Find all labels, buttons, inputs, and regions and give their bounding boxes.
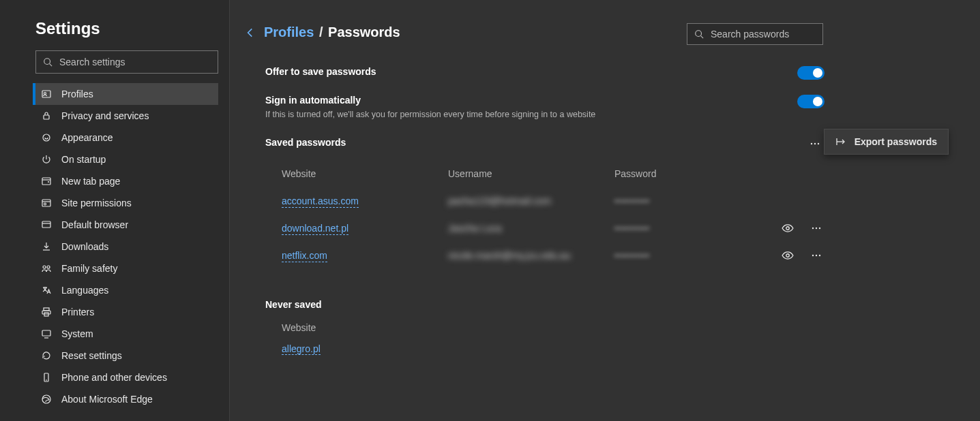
row-more-button[interactable] [808, 247, 825, 264]
sidebar-item-system[interactable]: System [0, 323, 229, 345]
svg-rect-22 [42, 330, 50, 336]
svg-point-5 [43, 134, 50, 141]
sidebar-item-reset[interactable]: Reset settings [0, 345, 229, 367]
sidebar-item-label: New tab page [61, 176, 120, 187]
system-icon [41, 328, 52, 339]
main-content: Profiles / Passwords Offer to save passw… [230, 0, 980, 421]
setting-title: Sign in automatically [265, 95, 825, 106]
sidebar-item-label: Default browser [61, 219, 128, 230]
sidebar-item-label: Reset settings [61, 350, 122, 361]
sidebar-item-label: Printers [61, 307, 94, 317]
never-saved-heading: Never saved [265, 299, 825, 310]
power-icon [41, 154, 52, 165]
sidebar-item-privacy[interactable]: Privacy and services [0, 105, 229, 127]
password-value: •••••••••• [614, 224, 650, 234]
row-more-button[interactable] [808, 220, 825, 236]
language-icon [41, 285, 52, 296]
sidebar-item-profiles[interactable]: Profiles [35, 83, 218, 105]
toggle-offer-save[interactable] [797, 66, 825, 80]
sidebar-item-languages[interactable]: Languages [0, 279, 229, 301]
permissions-icon [41, 198, 52, 208]
table-row: download.net.pl Jascha Luca •••••••••• [282, 215, 825, 242]
export-passwords-menu-item[interactable]: Export passwords [824, 129, 949, 155]
svg-rect-10 [42, 200, 50, 206]
sidebar-item-phone[interactable]: Phone and other devices [0, 367, 229, 388]
svg-rect-19 [44, 308, 49, 311]
sidebar-item-default-browser[interactable]: Default browser [0, 214, 229, 236]
sidebar-item-label: Downloads [61, 241, 108, 252]
saved-passwords-more-button[interactable] [805, 134, 825, 153]
svg-point-29 [811, 143, 812, 144]
saved-passwords-heading: Saved passwords Export passwords [265, 137, 825, 148]
breadcrumb-parent[interactable]: Profiles [264, 25, 314, 40]
download-icon [41, 241, 52, 252]
back-button[interactable] [243, 26, 257, 40]
reveal-password-button[interactable] [779, 247, 796, 264]
reset-icon [41, 350, 52, 361]
svg-rect-2 [42, 91, 50, 97]
svg-rect-13 [42, 221, 50, 228]
section-label: Saved passwords [265, 137, 346, 148]
sidebar-item-about[interactable]: About Microsoft Edge [0, 388, 229, 410]
svg-point-41 [819, 255, 820, 256]
svg-point-31 [818, 143, 819, 144]
svg-line-28 [701, 36, 704, 39]
search-passwords[interactable] [687, 23, 823, 45]
svg-point-17 [47, 266, 50, 268]
toggle-signin-auto[interactable] [797, 95, 825, 108]
svg-point-27 [696, 31, 702, 37]
family-icon [41, 263, 52, 274]
svg-point-0 [44, 59, 50, 65]
sidebar-search-input[interactable] [59, 57, 211, 67]
sidebar-nav: Profiles Privacy and services Appearance… [0, 80, 229, 410]
settings-sidebar: Settings Profiles Privacy and services A… [0, 0, 230, 421]
sidebar-item-newtab[interactable]: New tab page [0, 170, 229, 192]
table-row: netflix.com nicole.marsh@my.jcu.edu.au •… [282, 242, 825, 269]
sidebar-item-label: Appearance [61, 132, 113, 143]
sidebar-item-label: About Microsoft Edge [61, 394, 153, 405]
profile-icon [41, 89, 52, 99]
sidebar-item-label: On startup [61, 154, 106, 165]
page-title: Settings [0, 19, 229, 50]
col-username: Username [448, 168, 614, 179]
sidebar-item-printers[interactable]: Printers [0, 301, 229, 323]
svg-point-3 [44, 93, 46, 95]
svg-point-30 [814, 143, 816, 144]
sidebar-item-permissions[interactable]: Site permissions [0, 192, 229, 214]
svg-point-35 [812, 228, 814, 229]
svg-point-12 [44, 203, 46, 205]
never-saved-column: Website [282, 322, 825, 333]
col-website: Website [282, 168, 448, 179]
edge-icon [41, 394, 52, 405]
svg-rect-4 [44, 115, 49, 119]
export-icon [835, 136, 855, 147]
breadcrumb-current: Passwords [328, 25, 400, 40]
table-row: account.asus.com pacha123@hotmail.com ••… [282, 187, 825, 215]
sidebar-item-family[interactable]: Family safety [0, 258, 229, 279]
export-label: Export passwords [855, 136, 937, 147]
website-link[interactable]: netflix.com [282, 250, 327, 262]
sidebar-item-label: Site permissions [61, 198, 132, 208]
website-link[interactable]: allegro.pl [282, 343, 321, 355]
topbar: Profiles / Passwords [243, 25, 961, 40]
never-saved-row: allegro.pl [282, 343, 825, 355]
lock-icon [41, 110, 52, 121]
search-icon [43, 57, 53, 67]
sidebar-item-label: Profiles [61, 89, 93, 99]
col-password: Password [614, 168, 744, 179]
search-passwords-input[interactable] [711, 29, 830, 40]
setting-offer-save: Offer to save passwords [265, 66, 825, 77]
sidebar-item-downloads[interactable]: Downloads [0, 236, 229, 258]
website-link[interactable]: download.net.pl [282, 223, 348, 235]
reveal-password-button[interactable] [779, 220, 796, 236]
sidebar-item-appearance[interactable]: Appearance [0, 127, 229, 149]
setting-signin-auto: Sign in automatically If this is turned … [265, 95, 825, 119]
sidebar-search[interactable] [35, 50, 218, 74]
saved-passwords-table: Website Username Password account.asus.c… [282, 160, 825, 269]
sidebar-item-startup[interactable]: On startup [0, 149, 229, 170]
password-value: •••••••••• [614, 251, 650, 261]
website-link[interactable]: account.asus.com [282, 196, 359, 208]
setting-description: If this is turned off, we'll ask you for… [265, 110, 825, 119]
search-icon [694, 29, 704, 39]
svg-rect-6 [42, 178, 50, 185]
